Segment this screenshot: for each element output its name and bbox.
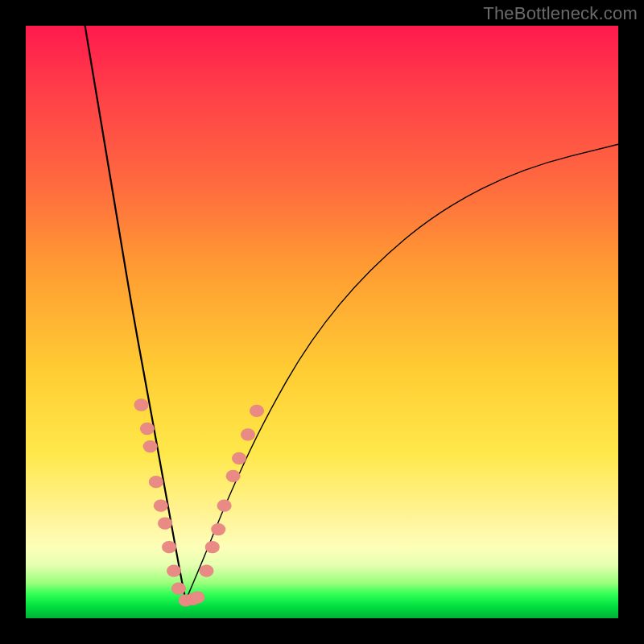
- curve-left-branch: [85, 26, 186, 601]
- data-dot: [171, 583, 186, 595]
- data-dot: [134, 398, 149, 411]
- plot-area: [26, 26, 618, 618]
- data-dot: [200, 564, 214, 576]
- data-dot: [250, 405, 264, 417]
- data-dot: [140, 423, 155, 435]
- data-dot: [149, 476, 163, 488]
- data-dot: [143, 440, 158, 452]
- chart-svg: [26, 26, 618, 618]
- data-dot: [211, 523, 225, 535]
- data-dot: [162, 541, 176, 553]
- curve-right-branch: [186, 144, 618, 601]
- data-dot: [154, 500, 168, 512]
- data-dot: [190, 592, 204, 604]
- data-dot: [167, 564, 181, 576]
- data-dots-group: [134, 398, 265, 606]
- data-dot: [205, 541, 220, 553]
- watermark-text: TheBottleneck.com: [483, 3, 638, 24]
- chart-frame: TheBottleneck.com: [0, 0, 644, 644]
- data-dot: [217, 500, 232, 512]
- data-dot: [226, 470, 241, 482]
- data-dot: [241, 428, 255, 440]
- data-dot: [158, 518, 172, 530]
- data-dot: [232, 452, 246, 464]
